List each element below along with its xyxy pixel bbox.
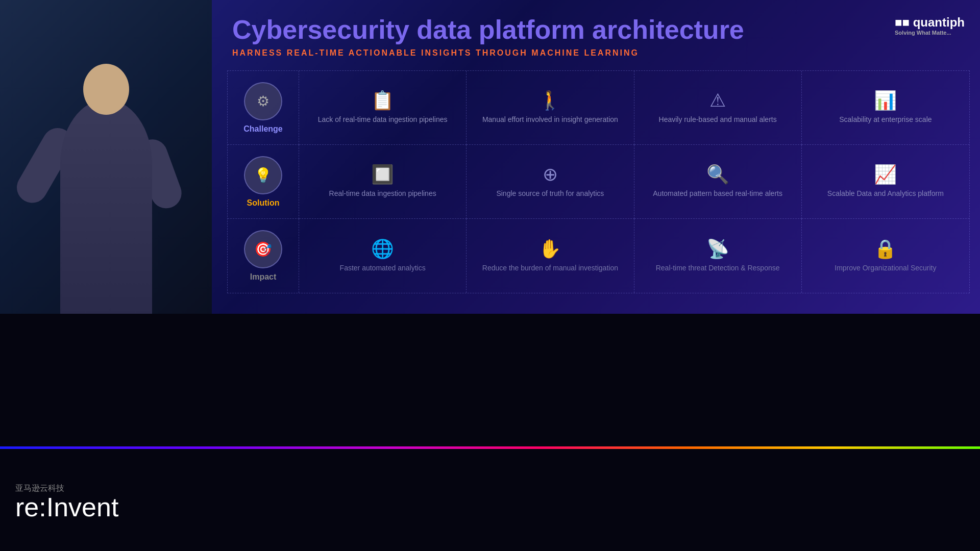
video-panel — [0, 0, 212, 314]
category-challenge: ⚙ Challenge — [228, 71, 299, 145]
impact-icon-4: 🔒 — [874, 240, 897, 258]
title-part1: Cybersecurity data platform — [232, 15, 592, 44]
solution-item-3: 🔍 Automated pattern based real-time aler… — [634, 145, 802, 219]
challenge-text-4: Scalability at enterprise scale — [839, 115, 932, 124]
impact-item-2: ✋ Reduce the burden of manual investigat… — [467, 219, 634, 293]
logo-subtext: Solving What Matte... — [895, 30, 965, 36]
challenge-icon-1: 📋 — [371, 91, 394, 110]
solution-icon-4: 📈 — [874, 165, 897, 184]
solution-icon: 💡 — [244, 156, 282, 194]
presenter-figure — [35, 18, 178, 314]
category-solution: 💡 Solution — [228, 145, 299, 219]
impact-icon: 🎯 — [244, 230, 282, 268]
solution-item-4: 📈 Scalable Data and Analytics platform — [802, 145, 969, 219]
impact-item-1: 🌐 Faster automated analytics — [299, 219, 467, 293]
presenter-body — [60, 99, 152, 314]
challenge-icon: ⚙ — [244, 82, 282, 120]
reinvent-logo: re:Invent — [15, 494, 118, 520]
challenge-icon-4: 📊 — [874, 91, 897, 110]
challenge-item-3: ⚠ Heavily rule-based and manual alerts — [634, 71, 802, 145]
impact-icon-1: 🌐 — [371, 240, 394, 258]
challenge-icon-3: ⚠ — [709, 91, 726, 110]
challenge-label: Challenge — [243, 124, 282, 134]
presenter-head — [83, 64, 129, 115]
challenge-icon-2: 🚶 — [538, 91, 561, 110]
quantiph-logo: ■■ quantiph Solving What Matte... — [895, 15, 965, 36]
solution-item-1: 🔲 Real-time data ingestion pipelines — [299, 145, 467, 219]
bottom-area: 亚马逊云科技 re:Invent — [0, 314, 980, 551]
solution-text-2: Single source of truth for analytics — [496, 189, 604, 198]
challenge-text-1: Lack of real-time data ingestion pipelin… — [318, 115, 448, 124]
impact-text-4: Improve Organizational Security — [835, 263, 936, 272]
category-impact: 🎯 Impact — [228, 219, 299, 293]
content-grid: ⚙ Challenge 📋 Lack of real-time data ing… — [227, 70, 970, 293]
rainbow-bar — [0, 446, 980, 449]
title-part2: architecture — [592, 15, 744, 44]
slide-area: ■■ quantiph Solving What Matte... Cybers… — [212, 0, 980, 314]
impact-text-3: Real-time threat Detection & Response — [656, 263, 780, 272]
solution-icon-1: 🔲 — [371, 165, 394, 184]
impact-item-4: 🔒 Improve Organizational Security — [802, 219, 969, 293]
solution-icon-2: ⊕ — [543, 165, 558, 184]
solution-text-1: Real-time data ingestion pipelines — [329, 189, 436, 198]
solution-item-2: ⊕ Single source of truth for analytics — [467, 145, 634, 219]
challenge-item-1: 📋 Lack of real-time data ingestion pipel… — [299, 71, 467, 145]
challenge-item-4: 📊 Scalability at enterprise scale — [802, 71, 969, 145]
logo-text: ■■ quantiph — [895, 15, 965, 30]
challenge-item-2: 🚶 Manual effort involved in insight gene… — [467, 71, 634, 145]
aws-branding: 亚马逊云科技 re:Invent — [15, 483, 118, 520]
slide-header: Cybersecurity data platform architecture… — [212, 0, 980, 65]
impact-text-2: Reduce the burden of manual investigatio… — [482, 263, 618, 272]
solution-icon-3: 🔍 — [706, 165, 729, 184]
impact-icon-2: ✋ — [538, 240, 561, 258]
impact-icon-3: 📡 — [706, 240, 729, 258]
slide-title: Cybersecurity data platform architecture — [232, 15, 960, 44]
slide-subtitle: HARNESS REAL-TIME ACTIONABLE INSIGHTS TH… — [232, 48, 960, 58]
impact-text-1: Faster automated analytics — [340, 263, 426, 272]
solution-text-3: Automated pattern based real-time alerts — [653, 189, 782, 198]
reinvent-post: Invent — [46, 492, 119, 522]
challenge-text-2: Manual effort involved in insight genera… — [482, 115, 618, 124]
solution-label: Solution — [247, 198, 280, 208]
reinvent-pre: re: — [15, 492, 46, 522]
challenge-text-3: Heavily rule-based and manual alerts — [659, 115, 777, 124]
impact-item-3: 📡 Real-time threat Detection & Response — [634, 219, 802, 293]
solution-text-4: Scalable Data and Analytics platform — [827, 189, 944, 198]
impact-label: Impact — [250, 272, 277, 282]
